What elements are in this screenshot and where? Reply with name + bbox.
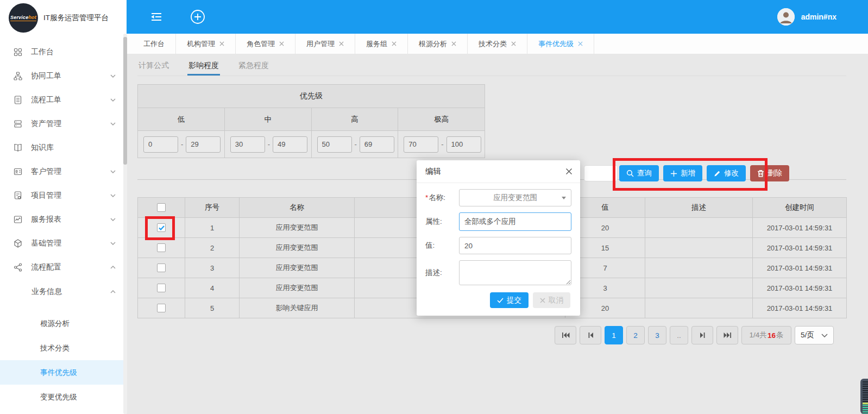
tab-incident-priority[interactable]: 事件优先级 bbox=[527, 34, 594, 54]
cell-name: 应用变更范围 bbox=[240, 278, 355, 298]
attr-input[interactable] bbox=[459, 212, 571, 231]
close-icon[interactable] bbox=[578, 41, 583, 46]
submit-button[interactable]: 提交 bbox=[490, 292, 529, 308]
priority-critical-min-input[interactable] bbox=[404, 136, 438, 153]
sidebar-item-assets[interactable]: 资产管理 bbox=[0, 112, 127, 136]
name-select[interactable]: 应用变更范围 bbox=[459, 189, 571, 206]
cell-name: 应用变更范围 bbox=[240, 258, 355, 278]
priority-medium-max-input[interactable] bbox=[273, 136, 307, 153]
close-icon[interactable] bbox=[219, 41, 224, 46]
prev-page-icon bbox=[588, 332, 594, 338]
cancel-button[interactable]: 取消 bbox=[533, 292, 570, 308]
sidebar-item-process-config[interactable]: 流程配置 bbox=[0, 255, 127, 279]
sidebar-item-change-priority[interactable]: 变更优先级 bbox=[0, 385, 127, 409]
cell-desc bbox=[645, 278, 753, 298]
next-page-icon bbox=[700, 332, 706, 338]
chevron-down-icon bbox=[110, 122, 116, 126]
priority-low-min-input[interactable] bbox=[143, 136, 178, 153]
user-menu[interactable]: admin#nx bbox=[777, 8, 836, 26]
page-button-2[interactable]: 2 bbox=[626, 326, 645, 344]
tab-root-cause[interactable]: 根源分析 bbox=[408, 34, 468, 54]
avatar bbox=[777, 8, 795, 26]
priority-medium-min-input[interactable] bbox=[230, 136, 265, 153]
scrollbar-thumb[interactable] bbox=[123, 37, 127, 165]
cell-desc bbox=[645, 238, 753, 258]
sidebar-item-base-management[interactable]: 基础管理 bbox=[0, 231, 127, 255]
sidebar-item-collab-orders[interactable]: 协同工单 bbox=[0, 64, 127, 88]
sidebar-item-workbench[interactable]: 工作台 bbox=[0, 40, 127, 64]
col-desc: 描述 bbox=[645, 198, 753, 218]
page-button-1[interactable]: 1 bbox=[605, 326, 623, 344]
sidebar-item-root-cause[interactable]: 根源分析 bbox=[0, 311, 127, 336]
tab-user-management[interactable]: 用户管理 bbox=[295, 34, 355, 54]
tab-bar: 工作台 机构管理 角色管理 用户管理 服务组 根源分析 技术分类 事件优先级 bbox=[127, 34, 868, 54]
priority-level-high: 高 bbox=[311, 108, 398, 131]
sidebar-item-label: 流程配置 bbox=[31, 262, 61, 272]
sidebar-item-label: 基础管理 bbox=[31, 239, 61, 248]
sidebar-item-projects[interactable]: 项目管理 bbox=[0, 184, 127, 208]
priority-level-medium: 中 bbox=[224, 108, 311, 131]
first-page-button[interactable] bbox=[555, 326, 576, 344]
close-icon[interactable] bbox=[451, 41, 456, 46]
sidebar-item-process-orders[interactable]: 流程工单 bbox=[0, 88, 127, 112]
tab-role-management[interactable]: 角色管理 bbox=[236, 34, 295, 54]
priority-high-max-input[interactable] bbox=[360, 136, 394, 153]
row-checkbox[interactable] bbox=[157, 304, 166, 312]
page-button-3[interactable]: 3 bbox=[648, 326, 666, 344]
sidebar-item-business-info[interactable]: 业务信息 bbox=[0, 279, 127, 304]
close-icon[interactable] bbox=[565, 168, 573, 175]
page-summary: 1/4共16条 bbox=[741, 326, 791, 344]
priority-high-min-input[interactable] bbox=[317, 136, 352, 153]
sidebar-item-label: 项目管理 bbox=[31, 191, 61, 200]
sidebar-item-label: 知识库 bbox=[31, 143, 54, 153]
query-button[interactable]: 查询 bbox=[619, 165, 659, 181]
page-size-select[interactable]: 5/页 bbox=[795, 326, 834, 344]
row-checkbox[interactable] bbox=[157, 243, 166, 252]
subtab-urgency[interactable]: 紧急程度 bbox=[237, 58, 270, 76]
sidebar-item-incident-priority[interactable]: 事件优先级 bbox=[0, 360, 127, 385]
tab-service-group[interactable]: 服务组 bbox=[355, 34, 408, 54]
next-page-button[interactable] bbox=[691, 326, 713, 344]
add-button[interactable]: 新增 bbox=[663, 165, 702, 181]
row-checkbox[interactable] bbox=[157, 284, 166, 292]
tab-workbench[interactable]: 工作台 bbox=[133, 34, 176, 54]
toolbar: 查询 新增 修改 删除 bbox=[619, 165, 789, 181]
tab-tech-category[interactable]: 技术分类 bbox=[468, 34, 527, 54]
toolbar-input[interactable] bbox=[584, 165, 618, 181]
grid-icon bbox=[13, 47, 24, 57]
sidebar-scrollbar[interactable] bbox=[123, 34, 127, 414]
logo-area: Servicehot IT服务运营管理平台 bbox=[0, 0, 127, 36]
cell-seq: 1 bbox=[185, 218, 240, 238]
last-page-icon bbox=[724, 332, 732, 338]
prev-page-button[interactable] bbox=[580, 326, 601, 344]
logo[interactable]: Servicehot bbox=[9, 3, 38, 33]
sidebar-item-knowledge-base[interactable]: 知识库 bbox=[0, 136, 127, 160]
sidebar-item-service-reports[interactable]: 服务报表 bbox=[0, 208, 127, 231]
sidebar-item-label: 客户管理 bbox=[31, 167, 61, 177]
page-ellipsis[interactable]: .. bbox=[670, 326, 688, 344]
close-icon[interactable] bbox=[279, 41, 284, 46]
desc-textarea[interactable] bbox=[459, 260, 571, 285]
last-page-button[interactable] bbox=[716, 326, 738, 344]
chevron-down-icon bbox=[821, 334, 828, 337]
pagination: 1 2 3 .. 1/4共16条 5/页 bbox=[555, 326, 834, 344]
collapse-sidebar-icon[interactable] bbox=[149, 11, 163, 22]
row-checkbox[interactable] bbox=[157, 264, 166, 272]
value-input[interactable] bbox=[459, 237, 571, 254]
close-icon[interactable] bbox=[339, 41, 344, 46]
delete-button[interactable]: 删除 bbox=[750, 165, 789, 181]
sidebar-item-tech-category[interactable]: 技术分类 bbox=[0, 336, 127, 360]
modify-button[interactable]: 修改 bbox=[707, 165, 746, 181]
select-all-checkbox[interactable] bbox=[157, 203, 166, 212]
scroll-minimap-widget[interactable] bbox=[860, 379, 868, 414]
close-icon[interactable] bbox=[511, 41, 516, 46]
row-checkbox[interactable] bbox=[157, 223, 166, 232]
subtab-impact[interactable]: 影响程度 bbox=[187, 58, 220, 76]
tab-org-management[interactable]: 机构管理 bbox=[176, 34, 236, 54]
close-icon[interactable] bbox=[392, 41, 397, 46]
priority-critical-max-input[interactable] bbox=[446, 136, 481, 153]
add-tab-icon[interactable] bbox=[190, 9, 206, 25]
priority-low-max-input[interactable] bbox=[186, 136, 221, 153]
subtab-formula[interactable]: 计算公式 bbox=[137, 58, 170, 76]
sidebar-item-customers[interactable]: 客户管理 bbox=[0, 160, 127, 184]
